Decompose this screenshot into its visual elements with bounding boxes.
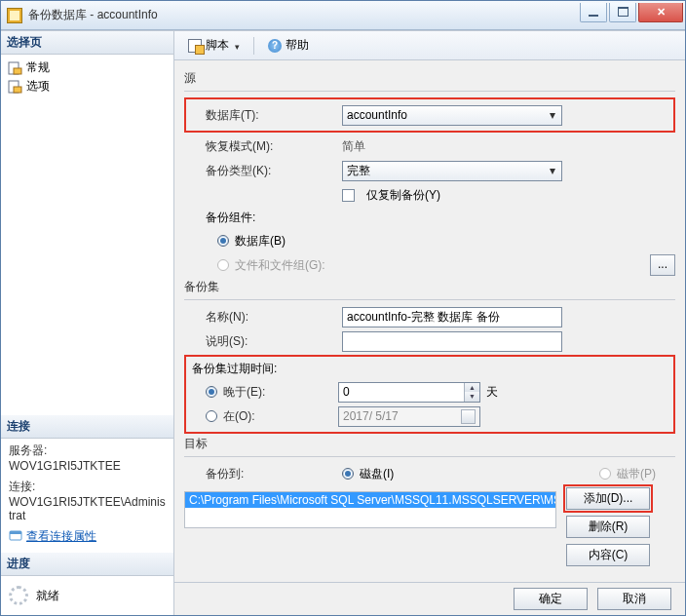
connection-label: 连接: [9, 479, 166, 495]
backup-to-tape-label: 磁带(P) [617, 466, 656, 482]
expire-after-input[interactable]: 0 ▲▼ [338, 382, 480, 403]
component-database-row: 数据库(B) [206, 230, 675, 251]
form-content: 源 数据库(T): accountInfo ▾ 恢复模式(M [174, 60, 685, 582]
view-connection-properties-link[interactable]: 查看连接属性 [9, 528, 166, 545]
copy-only-checkbox[interactable] [342, 189, 355, 202]
expire-after-row: 晚于(E): 0 ▲▼ 天 [206, 381, 667, 403]
expire-on-value: 2017/ 5/17 [343, 409, 399, 423]
backup-type-select[interactable]: 完整 ▾ [342, 161, 562, 181]
destination-header: 目标 [184, 436, 675, 452]
close-button[interactable] [638, 3, 683, 22]
window-title: 备份数据库 - accountInfo [28, 7, 580, 23]
component-filegroup-label: 文件和文件组(G): [235, 257, 325, 274]
name-row: 名称(N): [206, 306, 675, 327]
expire-header: 备份集过期时间: [192, 361, 667, 377]
main-panel: 脚本 ? 帮助 源 数据库(T): [174, 31, 685, 615]
minimize-button[interactable] [580, 3, 607, 22]
svg-rect-5 [10, 531, 21, 534]
database-row: 数据库(T): accountInfo ▾ [206, 104, 667, 126]
progress-spinner-icon [9, 586, 28, 605]
chevron-down-icon: ▾ [545, 164, 559, 177]
recovery-mode-value: 简单 [342, 138, 365, 155]
component-database-radio[interactable] [217, 235, 229, 247]
destination-item[interactable]: C:\Program Files\Microsoft SQL Server\MS… [185, 492, 556, 508]
select-page-header: 选择页 [1, 31, 173, 55]
destination-list[interactable]: C:\Program Files\Microsoft SQL Server\MS… [184, 491, 556, 528]
window-body: 选择页 常规 选项 连接 服务器: WOV1G1RI5JTKTEE 连接: WO… [1, 30, 685, 615]
server-value: WOV1G1RI5JTKTEE [9, 459, 166, 473]
divider [184, 299, 675, 300]
database-value: accountInfo [347, 108, 407, 122]
recovery-mode-label: 恢复模式(M): [206, 138, 342, 155]
description-label: 说明(S): [206, 333, 342, 350]
expire-after-value: 0 [343, 385, 464, 399]
name-input[interactable] [342, 307, 562, 327]
copy-only-row: 仅复制备份(Y) [206, 184, 675, 206]
spinner-buttons[interactable]: ▲▼ [464, 383, 479, 402]
maximize-button[interactable] [609, 3, 636, 22]
backup-to-tape-radio [599, 468, 611, 480]
sidebar-page-label: 选项 [26, 78, 50, 95]
connection-header: 连接 [1, 415, 173, 439]
backup-to-label: 备份到: [206, 466, 342, 482]
component-database-label: 数据库(B) [235, 233, 286, 250]
link-icon [9, 528, 22, 545]
name-label: 名称(N): [206, 309, 342, 326]
expire-after-unit: 天 [486, 384, 498, 401]
help-icon: ? [268, 39, 282, 53]
progress-body: 就绪 [1, 576, 173, 615]
connection-value: WOV1G1RI5JTKTEE\Administrat [9, 495, 166, 522]
copy-only-label: 仅复制备份(Y) [366, 187, 440, 204]
help-label: 帮助 [286, 37, 309, 54]
sidebar-page-general[interactable]: 常规 [3, 58, 172, 77]
remove-button[interactable]: 删除(R) [566, 516, 650, 538]
cancel-button[interactable]: 取消 [597, 588, 671, 610]
backup-set-header: 备份集 [184, 279, 675, 295]
expire-on-row: 在(O): 2017/ 5/17 [206, 405, 667, 427]
backup-to-disk-radio[interactable] [342, 468, 354, 480]
database-icon [7, 8, 22, 23]
component-filegroup-radio [217, 259, 229, 271]
script-label: 脚本 [206, 37, 229, 54]
description-row: 说明(S): [206, 330, 675, 352]
dialog-footer: 确定 取消 [174, 582, 685, 615]
toolbar-separator [253, 37, 254, 55]
expire-after-label: 晚于(E): [223, 384, 338, 401]
progress-header: 进度 [1, 553, 173, 576]
divider [184, 456, 675, 457]
ok-button[interactable]: 确定 [514, 588, 588, 610]
toolbar: 脚本 ? 帮助 [174, 31, 685, 60]
progress-status: 就绪 [36, 588, 59, 604]
expire-after-radio[interactable] [206, 386, 217, 398]
database-select[interactable]: accountInfo ▾ [342, 105, 562, 126]
sidebar: 选择页 常规 选项 连接 服务器: WOV1G1RI5JTKTEE 连接: WO… [1, 31, 174, 615]
database-row-highlight: 数据库(T): accountInfo ▾ [184, 97, 675, 133]
window-buttons [580, 3, 683, 22]
help-button[interactable]: ? 帮助 [262, 35, 315, 56]
destination-area: C:\Program Files\Microsoft SQL Server\MS… [184, 487, 675, 566]
script-button[interactable]: 脚本 [182, 35, 246, 56]
backup-to-row: 备份到: 磁盘(I) 磁带(P) [206, 463, 675, 484]
component-filegroup-row: 文件和文件组(G): ... [206, 254, 675, 276]
svg-rect-3 [14, 87, 21, 93]
backup-type-value: 完整 [347, 163, 370, 179]
database-label: 数据库(T): [206, 107, 342, 124]
page-list: 常规 选项 [1, 55, 173, 99]
contents-button[interactable]: 内容(C) [566, 544, 650, 566]
server-label: 服务器: [9, 443, 166, 459]
backup-component-header: 备份组件: [206, 210, 675, 226]
description-input[interactable] [342, 331, 562, 352]
destination-buttons: 添加(D)... 删除(R) 内容(C) [566, 487, 650, 566]
source-header: 源 [184, 70, 675, 87]
add-button[interactable]: 添加(D)... [566, 487, 650, 510]
sidebar-page-options[interactable]: 选项 [3, 77, 172, 96]
filegroup-browse-button[interactable]: ... [650, 254, 675, 276]
script-icon [188, 39, 202, 53]
expire-on-radio[interactable] [206, 410, 217, 422]
backup-database-window: 备份数据库 - accountInfo 选择页 常规 选项 连接 [0, 0, 686, 616]
titlebar[interactable]: 备份数据库 - accountInfo [1, 1, 685, 30]
sidebar-page-label: 常规 [26, 59, 50, 76]
expire-on-date: 2017/ 5/17 [338, 406, 480, 427]
view-connection-properties-label: 查看连接属性 [26, 528, 96, 545]
recovery-mode-row: 恢复模式(M): 简单 [206, 135, 675, 157]
